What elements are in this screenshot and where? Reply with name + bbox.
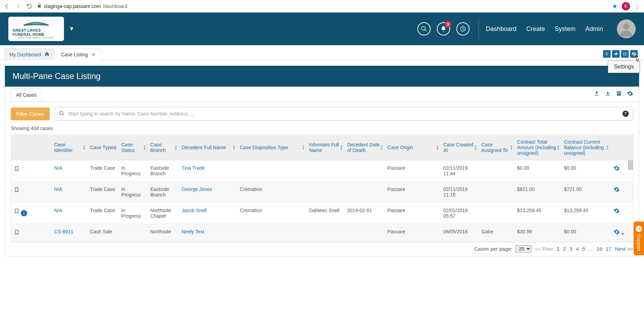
page-5[interactable]: 5 [582, 246, 585, 252]
home-icon [44, 52, 49, 57]
org-chevron-down-icon[interactable]: ▼ [69, 26, 74, 32]
col-contract-total[interactable]: Contract Total Amount (including unsigne… [514, 135, 561, 160]
history-button[interactable] [456, 22, 470, 35]
cell-created: 06/05/2018 [440, 224, 478, 242]
bookmark-icon[interactable] [14, 231, 19, 237]
table-row[interactable]: N/ATrade CaseIn ProgressEastside BranchG… [11, 182, 633, 203]
info-icon[interactable]: i [21, 210, 27, 216]
col-decedent-name[interactable]: Decedent Full Name▲▼ [179, 135, 237, 160]
search-icon [59, 111, 65, 117]
col-date-of-death[interactable]: Decedent Date of Death▲▼ [344, 135, 385, 160]
pagination: Cases per page: 25 << Prev 1 2 3 4 5 ...… [5, 242, 639, 252]
bookmark-icon[interactable] [14, 189, 19, 194]
bookmark-icon[interactable] [14, 210, 19, 216]
back-icon[interactable] [3, 3, 10, 10]
nav-dashboard[interactable]: Dashboard [486, 25, 516, 33]
forward-icon[interactable] [15, 3, 22, 10]
help-icon[interactable]: ? [622, 111, 629, 117]
decedent-link[interactable]: George Jones [182, 186, 212, 192]
case-table: Case Identifier▲▼ Case Types▲▼ Case Stat… [11, 135, 633, 242]
nav-system[interactable]: System [555, 25, 576, 33]
share-button[interactable] [612, 50, 620, 58]
page-1: 1 [557, 246, 560, 252]
col-case-types[interactable]: Case Types▲▼ [87, 135, 119, 160]
nav-admin[interactable]: Admin [585, 25, 603, 33]
col-informant-name[interactable]: Informant Full Name▲▼ [306, 135, 344, 160]
bookmark-icon[interactable] [14, 168, 19, 173]
col-case-status[interactable]: Case Status▲▼ [119, 135, 148, 160]
support-label: Support [636, 234, 642, 251]
decedent-link[interactable]: Neely Test [182, 229, 204, 234]
popout-button[interactable] [621, 50, 629, 58]
logo[interactable]: GREAT LAKES FUNERAL HOME FROM OUR FAMILY… [8, 17, 64, 41]
next-page[interactable]: Next >> [615, 246, 633, 252]
table-settings-icon[interactable] [627, 90, 633, 98]
cell-assigned [479, 160, 514, 182]
cell-informant: Dahleen Snell [306, 203, 344, 224]
browser-menu-icon[interactable]: ⋮ [634, 2, 641, 10]
close-icon[interactable]: ✕ [91, 52, 96, 57]
per-page-label: Cases per page: [474, 246, 512, 252]
col-case-origin[interactable]: Case Origin▲▼ [385, 135, 441, 160]
table-row[interactable]: N/ATrade CaseIn ProgressEastside BranchT… [11, 160, 633, 182]
case-id-link[interactable]: N/A [54, 186, 62, 192]
row-gear-icon[interactable] [613, 188, 620, 194]
nav-create[interactable]: Create [526, 25, 545, 33]
row-gear-icon[interactable] [613, 167, 620, 172]
upload-icon[interactable] [594, 90, 600, 98]
address-bar[interactable]: staginga-cap.passare.com/dashboard [37, 3, 608, 9]
cell-created: 02/01/2019 05:57 [440, 203, 478, 224]
bookmark-star-icon[interactable]: ★ [612, 2, 618, 10]
case-id-link[interactable]: CS-8911 [54, 229, 73, 234]
tab-case-listing[interactable]: Case Listing ✕ [56, 49, 101, 60]
tab-my-dashboard-label[interactable]: My Dashboard [9, 52, 41, 57]
cell-disposition: Cremation [237, 203, 306, 224]
search-input[interactable]: Start typing to search by Name, Case Num… [55, 107, 633, 121]
reload-icon[interactable] [26, 3, 33, 10]
cell-informant [306, 160, 344, 182]
col-assigned-to[interactable]: Case Assigned To▲▼ [479, 135, 514, 160]
user-avatar[interactable] [617, 19, 636, 38]
support-tab[interactable]: ? Support [634, 222, 644, 255]
cell-status: In Progress [119, 203, 148, 224]
caret-down-icon[interactable]: ▼ [621, 232, 625, 236]
case-id-link[interactable]: N/A [54, 208, 62, 213]
cell-dod [344, 182, 385, 203]
tab-my-dashboard[interactable]: My Dashboard [4, 48, 55, 60]
browser-chrome: staginga-cap.passare.com/dashboard ★ K ⋮ [0, 0, 644, 13]
cell-dod [344, 224, 385, 242]
page-3[interactable]: 3 [570, 246, 572, 252]
subtab-all-cases[interactable]: All Cases [11, 88, 42, 102]
cell-total: $13,259.45 [514, 203, 561, 224]
filter-cases-button[interactable]: Filter Cases [11, 107, 50, 120]
decedent-link[interactable]: Jacob Snell [182, 208, 207, 213]
col-contract-balance[interactable]: Contract Current Balance (including unsi… [561, 135, 611, 160]
col-case-identifier[interactable]: Case Identifier▲▼ [51, 135, 87, 160]
cell-created: 02/11/2019 11:44 [440, 160, 478, 182]
cell-branch: Eastside Branch [148, 160, 179, 182]
row-gear-icon[interactable] [613, 209, 620, 215]
decedent-link[interactable]: Tina Trade [182, 165, 205, 171]
page-2[interactable]: 2 [563, 246, 566, 252]
search-button[interactable] [417, 22, 431, 35]
page-17[interactable]: 17 [606, 246, 612, 252]
case-id-link[interactable]: N/A [54, 165, 62, 171]
row-gear-icon[interactable] [613, 231, 620, 236]
browser-profile-avatar[interactable]: K [622, 2, 630, 10]
table-row[interactable]: iN/ATrade CaseIn ProgressNorthside Chape… [11, 203, 633, 224]
archive-icon[interactable] [616, 90, 622, 98]
table-row[interactable]: CS-8911Cash SaleNorthsideNeely TestPassa… [11, 224, 633, 242]
add-tab-button[interactable] [603, 50, 611, 58]
per-page-select[interactable]: 25 [516, 245, 531, 252]
notifications-button[interactable]: 3 [437, 22, 450, 35]
col-case-branch[interactable]: Case Branch▲▼ [148, 135, 179, 160]
cell-disposition [237, 224, 306, 242]
cell-assigned [479, 182, 514, 203]
col-disposition-type[interactable]: Case Disposition Type▲▼ [237, 135, 306, 160]
prev-page[interactable]: << Prev [535, 246, 553, 252]
download-icon[interactable] [605, 90, 611, 98]
url-host: staginga-cap.passare.com [44, 3, 101, 9]
page-16[interactable]: 16 [596, 246, 602, 252]
col-created-at[interactable]: Case Created At▲▼ [440, 135, 478, 160]
page-4[interactable]: 4 [576, 246, 579, 252]
